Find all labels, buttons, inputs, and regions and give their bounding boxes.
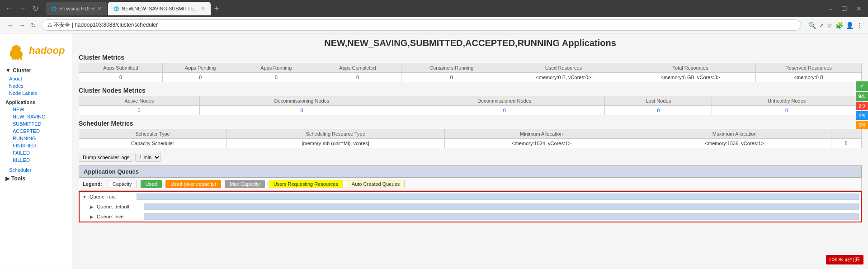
minimize-button[interactable]: –: [826, 4, 835, 13]
tools-label: Tools: [11, 175, 25, 182]
sidebar-nodelabels-link[interactable]: Node Labels: [0, 90, 72, 97]
sidebar-finished-link[interactable]: FINISHED: [0, 142, 72, 149]
col-decommissioning-nodes: Decommissioning Nodes: [199, 96, 404, 106]
col-total-resources: Total Resources: [625, 63, 756, 73]
browser-controls: ← → ↻: [4, 4, 40, 14]
val-unhealthy-nodes: 0: [712, 106, 862, 115]
sidebar-new-link[interactable]: NEW: [0, 106, 72, 113]
new-tab-button[interactable]: +: [212, 4, 222, 14]
queue-root-expand[interactable]: ▼: [81, 194, 88, 199]
tab-hdfs[interactable]: 🌐 Browsing HDFS ✕: [46, 2, 107, 15]
unhealthy-nodes-link[interactable]: 0: [785, 108, 788, 113]
tab-scheduler[interactable]: 🌐 NEW,NEW_SAVING,SUBMITTE... ✕: [108, 2, 210, 15]
tab-hdfs-favicon: 🌐: [51, 6, 57, 11]
legend-capacity: Capacity: [108, 180, 137, 188]
scheduler-row: Capacity Scheduler [memory-mb (unit=Mi),…: [79, 139, 862, 148]
sidebar-running-link[interactable]: RUNNING: [0, 135, 72, 142]
sidebar-nodes-link[interactable]: Nodes: [0, 82, 72, 90]
val-apps-completed: 0: [314, 73, 401, 82]
tab-scheduler-close[interactable]: ✕: [201, 5, 205, 12]
extensions-icon[interactable]: 🧩: [835, 22, 843, 29]
sidebar-scheduler-link[interactable]: Scheduler: [0, 166, 72, 174]
sidebar-failed-link[interactable]: FAILED: [0, 149, 72, 156]
hadoop-text: hadoop: [29, 45, 65, 57]
val-reserved-resources: <memory:0 B: [755, 73, 861, 82]
col-lost-nodes: Lost Nodes: [605, 96, 712, 106]
col-apps-pending: Apps Pending: [163, 63, 238, 73]
col-scheduling-resource: Scheduling Resource Type: [226, 129, 445, 139]
tab-hdfs-label: Browsing HDFS: [59, 6, 94, 11]
close-window-button[interactable]: ✕: [854, 4, 864, 13]
queue-hive-expand[interactable]: ▶: [89, 214, 95, 219]
sidebar-tools[interactable]: ▶ Tools: [0, 174, 72, 184]
security-warning: ⚠ 不安全 |: [47, 22, 75, 28]
val-containers-running: 0: [401, 73, 502, 82]
svg-point-4: [19, 47, 19, 47]
nav-forward[interactable]: →: [17, 21, 27, 30]
col-apps-completed: Apps Completed: [314, 63, 401, 73]
dump-scheduler-logs-button[interactable]: Dump scheduler logs: [79, 153, 133, 162]
queue-root-name: Queue: root: [90, 194, 135, 199]
profile-icon[interactable]: 👤: [846, 22, 854, 29]
tab-hdfs-close[interactable]: ✕: [97, 5, 102, 12]
sidebar-accepted-link[interactable]: ACCEPTED: [0, 127, 72, 135]
address-bar: ← → ↻ ⚠ 不安全 | hadoop103:8088/cluster/sch…: [0, 17, 868, 33]
queue-default-bar: [144, 203, 859, 210]
badge-check[interactable]: ✓: [856, 81, 868, 91]
forward-button[interactable]: →: [17, 4, 28, 14]
tab-scheduler-favicon: 🌐: [113, 6, 119, 11]
val-max-alloc: <memory:1536, vCores:1>: [638, 139, 831, 148]
decommissioning-nodes-link[interactable]: 0: [300, 108, 303, 113]
queue-hive-row: ▶ Queue: hive: [80, 212, 861, 222]
cluster-arrow: ▼: [5, 67, 11, 74]
queue-default-capacity-bar: [144, 204, 859, 209]
search-icon[interactable]: 🔍: [808, 22, 816, 29]
menu-icon[interactable]: ⋮: [856, 22, 863, 29]
lost-nodes-link[interactable]: 0: [657, 108, 660, 113]
share-icon[interactable]: ↗: [819, 22, 824, 29]
col-active-nodes: Active Nodes: [79, 96, 200, 106]
nav-refresh[interactable]: ↻: [29, 21, 38, 30]
badge-orange: 0M: [856, 121, 868, 129]
decommissioned-nodes-link[interactable]: 0: [503, 108, 506, 113]
dump-row: Dump scheduler logs 1 min: [79, 153, 862, 162]
maximize-button[interactable]: ☐: [839, 4, 850, 13]
cluster-header[interactable]: ▼ Cluster: [0, 66, 72, 75]
sidebar-new-saving-link[interactable]: NEW_SAVING: [0, 113, 72, 120]
col-scheduler-type: Scheduler Type: [79, 129, 226, 139]
bookmark-icon[interactable]: ☆: [827, 22, 833, 29]
cluster-metrics-table: Apps Submitted Apps Pending Apps Running…: [79, 63, 862, 82]
val-active-nodes[interactable]: 3: [79, 106, 200, 115]
sidebar-about-link[interactable]: About: [0, 75, 72, 82]
tools-arrow: ▶: [5, 175, 9, 182]
window-controls: – ☐ ✕: [826, 4, 864, 13]
toolbar-icons: 🔍 ↗ ☆ 🧩 👤 ⋮: [808, 22, 863, 29]
sidebar-applications-section: Applications NEW NEW_SAVING SUBMITTED AC…: [0, 98, 72, 165]
sidebar-killed-link[interactable]: KILLED: [0, 156, 72, 164]
nav-back[interactable]: ←: [5, 21, 15, 30]
address-input[interactable]: ⚠ 不安全 | hadoop103:8088/cluster/scheduler: [42, 19, 801, 31]
scheduler-metrics-title: Scheduler Metrics: [79, 120, 862, 127]
col-used-resources: Used Resources: [502, 63, 625, 73]
back-button[interactable]: ←: [4, 4, 14, 14]
tab-scheduler-label: NEW,NEW_SAVING,SUBMITTE...: [122, 6, 198, 11]
col-max-allocation: Maximum Allocation: [638, 129, 831, 139]
refresh-button[interactable]: ↻: [31, 4, 40, 14]
val-max-alloc-extra: 5: [831, 139, 861, 148]
col-unhealthy-nodes: Unhealthy Nodes: [712, 96, 862, 106]
val-decommissioning-nodes: 0: [199, 106, 404, 115]
cluster-nodes-title: Cluster Nodes Metrics: [79, 87, 862, 94]
right-badges: ✓ 94. 2.9 K/s 0M: [856, 81, 868, 129]
sidebar-submitted-link[interactable]: SUBMITTED: [0, 120, 72, 127]
svg-rect-8: [20, 57, 22, 60]
val-apps-running: 0: [238, 73, 314, 82]
main-layout: hadoop ▼ Cluster About Nodes Node Labels…: [0, 33, 868, 269]
queues-container: ▼ Queue: root ▶ Queue: default ▶ Queue: …: [79, 191, 862, 222]
active-nodes-link[interactable]: 3: [138, 108, 141, 113]
badge-blue: K/s: [856, 111, 868, 120]
csdn-tag[interactable]: CSDN @打开: [826, 255, 863, 264]
tabs-bar: 🌐 Browsing HDFS ✕ 🌐 NEW,NEW_SAVING,SUBMI…: [46, 2, 824, 15]
queue-default-expand[interactable]: ▶: [89, 204, 95, 209]
interval-select[interactable]: 1 min: [135, 153, 161, 162]
queue-default-name: Queue: default: [97, 204, 142, 209]
